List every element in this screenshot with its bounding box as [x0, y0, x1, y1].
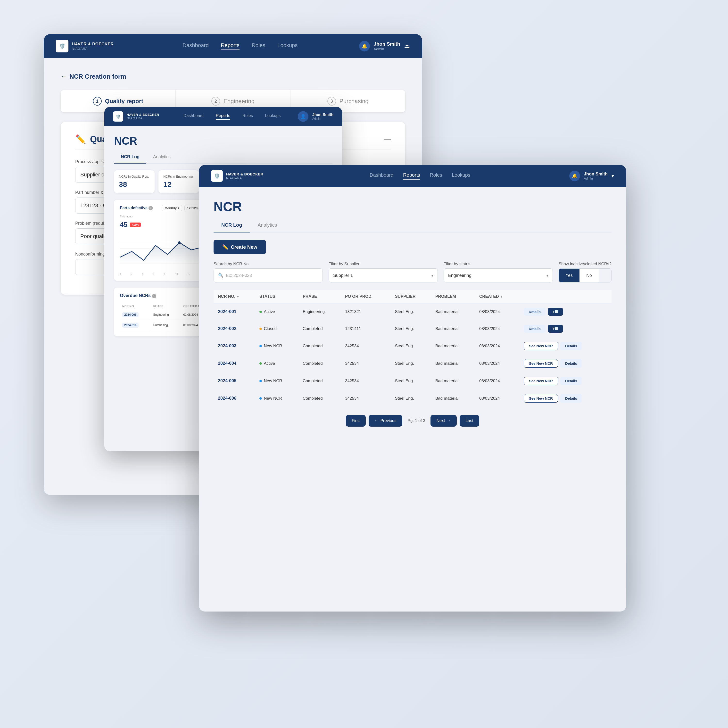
phase-2024-004: Completed: [298, 355, 341, 372]
last-page-btn[interactable]: Last: [460, 415, 479, 427]
created-2024-005: 08/03/2024: [475, 372, 520, 390]
table-row: 2024-002 Closed Completed 1231411 Steel …: [214, 320, 612, 337]
toggle-yes-btn[interactable]: Yes: [559, 269, 580, 282]
fill-btn-2024-001[interactable]: Fill: [548, 308, 563, 316]
front-notification-icon[interactable]: 🔔: [569, 171, 580, 181]
stat-quality-label: NCRs in Quality Rep.: [119, 175, 150, 179]
next-icon: →: [447, 418, 451, 423]
front-tab-analytics[interactable]: Analytics: [250, 219, 285, 232]
nav-reports[interactable]: Reports: [221, 42, 240, 50]
status-2024-004: Active: [255, 355, 298, 372]
create-new-button[interactable]: ✏️ Create New: [214, 240, 266, 254]
front-nav-reports[interactable]: Reports: [403, 172, 420, 180]
status-filter-label: Filter by status: [444, 262, 553, 266]
mid-nav-roles[interactable]: Roles: [242, 113, 253, 120]
supplier-filter-label: Filter by Supplier: [329, 262, 438, 266]
status-2024-003: New NCR: [255, 337, 298, 355]
po-2024-002: 1231411: [341, 320, 391, 337]
mid-tab-analytics[interactable]: Analytics: [146, 151, 177, 164]
status-2024-006: New NCR: [255, 390, 298, 407]
nav-roles[interactable]: Roles: [252, 42, 265, 50]
search-input[interactable]: 🔍 Ex: 2024-023: [214, 268, 323, 283]
front-tab-log[interactable]: NCR Log: [214, 219, 250, 232]
front-nav-lookups[interactable]: Lookups: [452, 172, 470, 180]
front-logo: 🛡️ HAVER & BOECKER NIAGARA: [211, 170, 263, 182]
nav-dashboard[interactable]: Dashboard: [182, 42, 209, 50]
search-placeholder: Ex: 2024-023: [226, 273, 252, 278]
sort-icon-created[interactable]: ▼: [500, 295, 503, 298]
supplier-filter-group: Filter by Supplier Supplier 1: [329, 262, 438, 283]
supplier-2024-003: Steel Eng.: [390, 337, 431, 355]
overdue-info-icon[interactable]: i: [152, 294, 156, 298]
problem-2024-002: Bad material: [431, 320, 475, 337]
ncr-no-2024-005: 2024-005: [214, 372, 255, 390]
search-group: Search by NCR No. 🔍 Ex: 2024-023: [214, 262, 323, 283]
front-nav-roles[interactable]: Roles: [430, 172, 442, 180]
action-btns-2024-003: See New NCR Details: [524, 342, 607, 350]
monthly-filter[interactable]: Monthly ▾: [162, 205, 182, 211]
see-new-ncr-btn-2024-004[interactable]: See New NCR: [524, 359, 558, 368]
col-status: STATUS: [255, 290, 298, 303]
minimize-icon[interactable]: —: [384, 135, 391, 143]
ncr-no-2024-003: 2024-003: [214, 337, 255, 355]
details-btn-2024-004[interactable]: Details: [560, 359, 582, 368]
front-brand: HAVER & BOECKER: [226, 172, 263, 176]
problem-2024-001: Bad material: [431, 303, 475, 320]
next-page-btn[interactable]: Next →: [430, 415, 457, 427]
front-nav-dashboard[interactable]: Dashboard: [370, 172, 393, 180]
status-dot-new: [259, 345, 262, 347]
stat-quality-value: 38: [119, 180, 150, 188]
status-2024-001: Active: [255, 303, 298, 320]
mid-tab-log[interactable]: NCR Log: [114, 151, 146, 164]
supplier-filter-select[interactable]: Supplier 1: [329, 268, 438, 283]
logout-icon[interactable]: ⏏: [404, 43, 410, 50]
step-circle-2: 2: [211, 97, 220, 106]
inactive-filter-group: Show inactive/closed NCRs? Yes No: [558, 262, 612, 283]
chart-trend-badge: +15%: [130, 223, 141, 227]
ncr-table-window: 🛡️ HAVER & BOECKER NIAGARA Dashboard Rep…: [199, 165, 626, 612]
prev-page-btn[interactable]: ← Previous: [369, 415, 402, 427]
col-ncr-no: NCR NO. ▼: [214, 290, 255, 303]
status-filter-select[interactable]: Engineering: [444, 268, 553, 283]
mid-nav-lookups[interactable]: Lookups: [265, 113, 280, 120]
front-dropdown-icon[interactable]: ▾: [612, 173, 614, 179]
status-2024-002: Closed: [255, 320, 298, 337]
created-2024-003: 08/03/2024: [475, 337, 520, 355]
nav-lookups[interactable]: Lookups: [277, 42, 298, 50]
details-btn-2024-005[interactable]: Details: [560, 376, 582, 385]
edit-icon: ✏️: [75, 134, 86, 144]
see-new-ncr-btn-2024-005[interactable]: See New NCR: [524, 376, 558, 385]
user-role: Admin: [374, 47, 400, 51]
status-dot-closed: [259, 327, 262, 330]
details-btn-2024-006[interactable]: Details: [560, 394, 582, 402]
sort-icon-ncr[interactable]: ▼: [237, 295, 240, 298]
mid-nav-links: Dashboard Reports Roles Lookups: [176, 113, 288, 120]
front-page-title: NCR: [214, 199, 612, 214]
col-problem: PROBLEM: [431, 290, 475, 303]
details-btn-2024-003[interactable]: Details: [560, 342, 582, 350]
status-dot-new-5: [259, 380, 262, 382]
phase-2024-005: Completed: [298, 372, 341, 390]
fill-btn-2024-002[interactable]: Fill: [548, 325, 563, 333]
details-btn-2024-002[interactable]: Details: [524, 325, 546, 333]
po-2024-006: 342534: [341, 390, 391, 407]
page-indicator: Pg. 1 of 3: [405, 418, 428, 423]
po-2024-004: 342534: [341, 355, 391, 372]
parts-defective-info-icon[interactable]: i: [148, 206, 153, 210]
supplier-2024-004: Steel Eng.: [390, 355, 431, 372]
nav-bar-back: 🛡️ HAVER & BOECKER NIAGARA Dashboard Rep…: [44, 34, 422, 58]
see-new-ncr-btn-2024-003[interactable]: See New NCR: [524, 342, 558, 350]
next-label: Next: [436, 418, 445, 423]
toggle-no-btn[interactable]: No: [580, 269, 599, 282]
see-new-ncr-btn-2024-006[interactable]: See New NCR: [524, 394, 558, 402]
ncr-no-2024-006: 2024-006: [214, 390, 255, 407]
details-btn-2024-001[interactable]: Details: [524, 308, 546, 316]
notification-icon[interactable]: 🔔: [359, 41, 370, 52]
mid-user-name: Jhon Smith: [312, 113, 333, 117]
mid-nav-reports[interactable]: Reports: [216, 113, 230, 120]
status-dot-active: [259, 310, 262, 313]
status-chevron: [546, 273, 548, 278]
mid-nav-dashboard[interactable]: Dashboard: [184, 113, 203, 120]
back-button[interactable]: ← NCR Creation form: [61, 73, 405, 80]
first-page-btn[interactable]: First: [346, 415, 366, 427]
